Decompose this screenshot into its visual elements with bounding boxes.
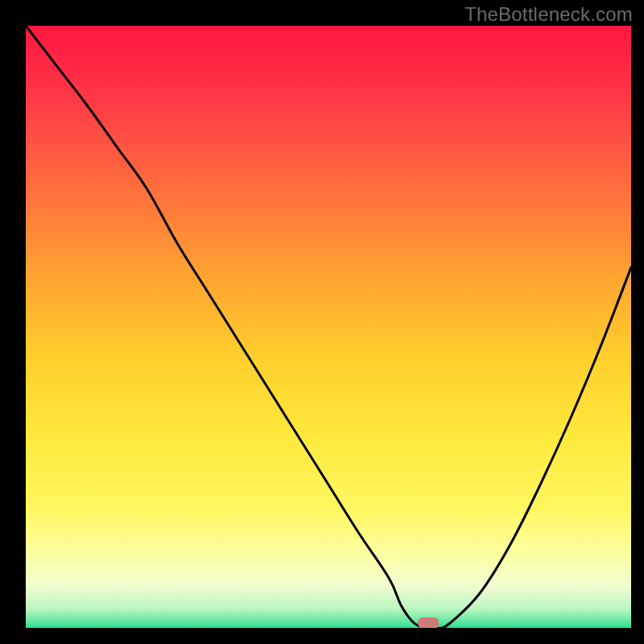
gradient-background (26, 26, 631, 630)
watermark-text: TheBottleneck.com (464, 3, 633, 26)
plot-svg (26, 26, 631, 630)
optimum-marker (418, 617, 439, 629)
figure: TheBottleneck.com (0, 0, 644, 644)
plot-area (26, 26, 631, 630)
